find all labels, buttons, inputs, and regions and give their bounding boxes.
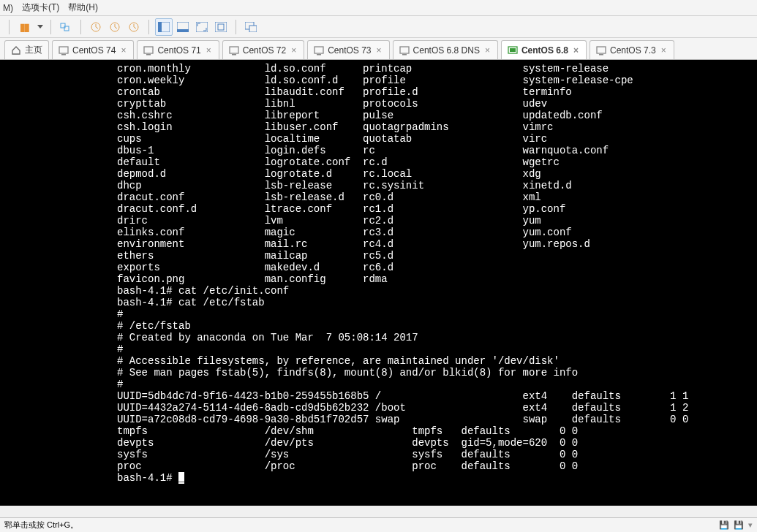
pause-dropdown[interactable]	[34, 18, 45, 36]
vm-icon	[508, 45, 518, 56]
toolbar-sep	[236, 20, 236, 34]
dropdown-icon[interactable]: ▾	[748, 520, 753, 530]
tab-centos-7-3[interactable]: CentOS 7.3×	[590, 40, 674, 59]
close-icon[interactable]: ×	[483, 46, 492, 55]
close-icon[interactable]: ×	[290, 46, 298, 55]
status-bar: 郓单击或按 Ctrl+G。 💾 💾 ▾	[0, 517, 757, 532]
svg-rect-11	[218, 24, 224, 30]
svg-rect-14	[59, 47, 68, 53]
svg-rect-23	[402, 54, 407, 56]
svg-rect-13	[249, 26, 257, 32]
vm-icon	[143, 45, 154, 56]
tab-label: CentOS 6.8	[521, 45, 568, 56]
tab-label: CentOS 72	[243, 45, 286, 56]
tab-label: CentOS 71	[157, 45, 200, 56]
toolbar: ▮▮	[0, 16, 757, 38]
svg-rect-19	[232, 54, 236, 56]
svg-rect-20	[315, 47, 323, 53]
svg-rect-27	[599, 54, 603, 56]
close-icon[interactable]: ×	[375, 46, 383, 55]
tab-label: CentOS 7.3	[610, 45, 656, 56]
svg-rect-25	[510, 48, 516, 52]
clock-button-2[interactable]	[106, 18, 124, 36]
toolbar-sep	[148, 20, 149, 34]
tab-centos-6-8-dns[interactable]: CentOS 6.8 DNS×	[393, 40, 498, 59]
tab-label: 主页	[25, 44, 42, 56]
svg-rect-6	[158, 22, 162, 32]
thumbnail-button[interactable]	[242, 18, 260, 36]
tab-centos-73[interactable]: CentOS 73×	[307, 40, 389, 59]
vm-icon	[399, 45, 410, 56]
status-icons: 💾 💾 ▾	[719, 520, 753, 530]
vm-icon	[59, 45, 69, 56]
disk-icon: 💾	[719, 520, 729, 530]
svg-rect-15	[61, 54, 66, 56]
disk-icon: 💾	[734, 520, 744, 530]
tab-主页[interactable]: 主页	[4, 40, 49, 59]
view-button-1[interactable]	[155, 18, 173, 36]
close-icon[interactable]: ×	[572, 46, 580, 55]
svg-rect-22	[400, 47, 409, 53]
svg-rect-16	[144, 47, 153, 53]
tab-centos-74[interactable]: CentOS 74×	[52, 40, 134, 59]
tab-label: CentOS 73	[328, 45, 371, 56]
snapshot-button[interactable]	[57, 18, 75, 36]
vm-icon	[314, 45, 324, 56]
menu-tabs[interactable]: 选项卡(T)	[22, 1, 59, 14]
tab-centos-6-8[interactable]: CentOS 6.8×	[501, 40, 587, 59]
vm-icon	[596, 45, 606, 56]
clock-button-1[interactable]	[87, 18, 105, 36]
menu-bar: M) 选项卡(T) 帮助(H)	[0, 0, 757, 16]
close-icon[interactable]: ×	[660, 46, 668, 55]
tab-label: CentOS 74	[72, 45, 116, 56]
status-text: 郓单击或按 Ctrl+G。	[4, 520, 78, 531]
pause-button[interactable]: ▮▮	[15, 18, 33, 36]
fullscreen-button[interactable]	[193, 18, 211, 36]
menu-help[interactable]: 帮助(H)	[68, 1, 98, 14]
svg-rect-26	[597, 47, 606, 53]
svg-rect-21	[317, 54, 321, 56]
tab-centos-72[interactable]: CentOS 72×	[222, 40, 304, 59]
vm-icon	[229, 45, 239, 56]
menu-m[interactable]: M)	[3, 3, 13, 13]
svg-rect-8	[177, 29, 189, 32]
svg-rect-18	[230, 47, 238, 53]
close-icon[interactable]: ×	[119, 46, 127, 55]
toolbar-sep	[9, 20, 10, 34]
view-button-2[interactable]	[174, 18, 192, 36]
terminal-output[interactable]: cron.monthly ld.so.conf printcap system-…	[0, 60, 757, 506]
tab-bar: 主页CentOS 74×CentOS 71×CentOS 72×CentOS 7…	[0, 38, 757, 60]
svg-rect-10	[215, 22, 227, 32]
tab-label: CentOS 6.8 DNS	[413, 45, 480, 56]
home-icon	[11, 45, 21, 56]
close-icon[interactable]: ×	[205, 46, 213, 55]
tab-centos-71[interactable]: CentOS 71×	[137, 40, 219, 59]
toolbar-sep	[80, 20, 81, 34]
svg-rect-17	[146, 54, 151, 56]
clock-button-3[interactable]	[125, 18, 143, 36]
unity-button[interactable]	[212, 18, 230, 36]
toolbar-sep	[50, 20, 51, 34]
